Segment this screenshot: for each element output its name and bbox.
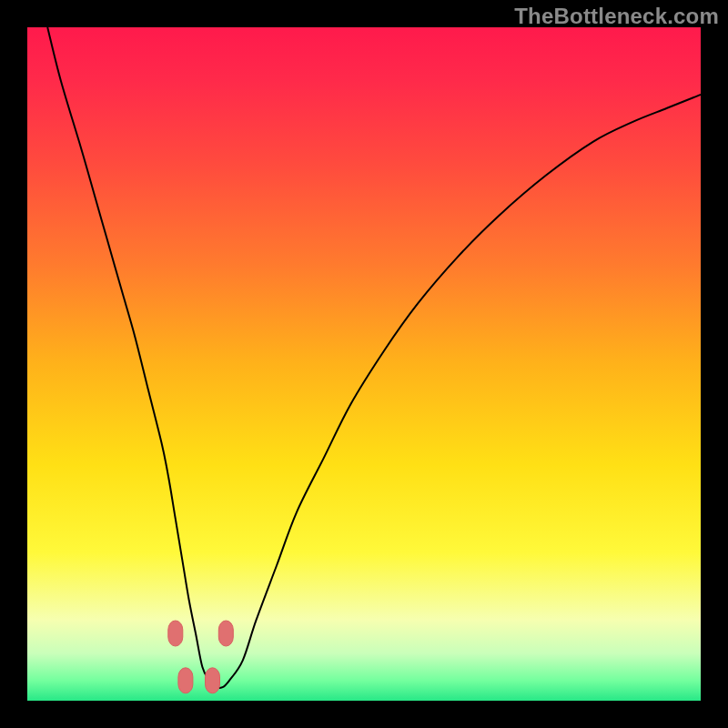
watermark-text: TheBottleneck.com bbox=[514, 4, 719, 29]
gradient-background bbox=[27, 27, 701, 701]
curve-marker bbox=[206, 668, 220, 693]
curve-marker bbox=[218, 621, 233, 646]
bottleneck-chart bbox=[27, 27, 701, 701]
curve-marker bbox=[178, 668, 193, 693]
chart-frame: TheBottleneck.com bbox=[0, 0, 728, 728]
curve-marker bbox=[168, 621, 183, 646]
plot-area bbox=[27, 27, 701, 701]
